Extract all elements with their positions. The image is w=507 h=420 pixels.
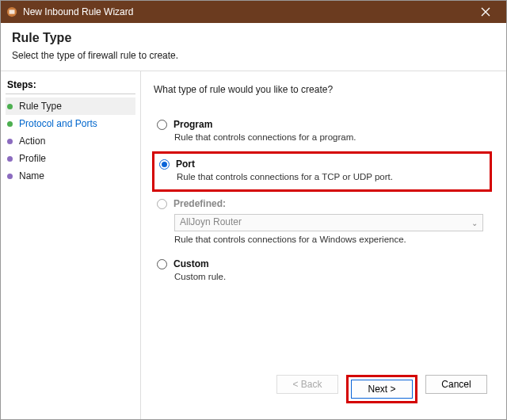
option-label: Program <box>173 119 212 130</box>
options-group: Program Rule that controls connections f… <box>149 114 492 291</box>
option-label: Custom <box>173 258 209 269</box>
chevron-down-icon: ⌄ <box>471 219 478 227</box>
option-predefined[interactable]: Predefined: AllJoyn Router ⌄ Rule that c… <box>152 193 492 252</box>
option-desc: Rule that controls connections for a pro… <box>174 132 487 142</box>
select-value: AllJoyn Router <box>180 216 242 227</box>
option-label: Port <box>176 158 195 170</box>
option-desc: Rule that controls connections for a Win… <box>174 235 487 244</box>
radio-port[interactable] <box>159 159 170 170</box>
bullet-icon <box>7 121 13 127</box>
step-label: Protocol and Ports <box>19 118 97 129</box>
wizard-window: New Inbound Rule Wizard Rule Type Select… <box>0 0 507 420</box>
body: Steps: Rule Type Protocol and Ports Acti… <box>1 71 506 419</box>
predefined-select: AllJoyn Router ⌄ <box>174 214 483 231</box>
step-label: Rule Type <box>19 101 62 112</box>
steps-panel: Steps: Rule Type Protocol and Ports Acti… <box>1 71 140 419</box>
option-desc: Rule that controls connections for a TCP… <box>177 172 485 181</box>
option-label: Predefined: <box>173 198 226 209</box>
cancel-button[interactable]: Cancel <box>425 375 487 394</box>
option-port[interactable]: Port Rule that controls connections for … <box>152 151 492 192</box>
bullet-icon <box>7 104 13 109</box>
step-action[interactable]: Action <box>6 132 135 150</box>
svg-rect-1 <box>10 10 15 13</box>
next-button-highlight: Next > <box>346 375 417 403</box>
radio-program[interactable] <box>157 120 167 130</box>
steps-title: Steps: <box>6 78 135 94</box>
step-label: Profile <box>19 153 46 164</box>
option-desc: Custom rule. <box>174 272 487 281</box>
footer-buttons: < Back Next > Cancel <box>149 367 492 413</box>
next-button[interactable]: Next > <box>351 380 413 399</box>
option-custom[interactable]: Custom Custom rule. <box>152 254 492 289</box>
titlebar: New Inbound Rule Wizard <box>1 1 506 23</box>
step-label: Action <box>19 136 45 147</box>
radio-predefined[interactable] <box>157 199 167 209</box>
page-title: Rule Type <box>12 31 495 45</box>
option-program[interactable]: Program Rule that controls connections f… <box>152 114 492 150</box>
back-button: < Back <box>276 375 338 394</box>
step-protocol-ports[interactable]: Protocol and Ports <box>6 115 135 132</box>
bullet-icon <box>7 174 13 179</box>
close-button[interactable] <box>470 1 501 23</box>
step-name[interactable]: Name <box>6 167 135 185</box>
step-profile[interactable]: Profile <box>6 150 135 167</box>
window-title: New Inbound Rule Wizard <box>23 6 470 17</box>
app-icon <box>6 6 18 18</box>
step-label: Name <box>19 170 44 181</box>
bullet-icon <box>7 156 13 162</box>
bullet-icon <box>7 139 13 144</box>
radio-custom[interactable] <box>157 259 167 269</box>
header: Rule Type Select the type of firewall ru… <box>1 23 506 71</box>
content-panel: What type of rule would you like to crea… <box>140 71 506 419</box>
prompt-text: What type of rule would you like to crea… <box>154 84 492 95</box>
step-rule-type[interactable]: Rule Type <box>6 97 135 115</box>
page-subtitle: Select the type of firewall rule to crea… <box>12 50 495 61</box>
